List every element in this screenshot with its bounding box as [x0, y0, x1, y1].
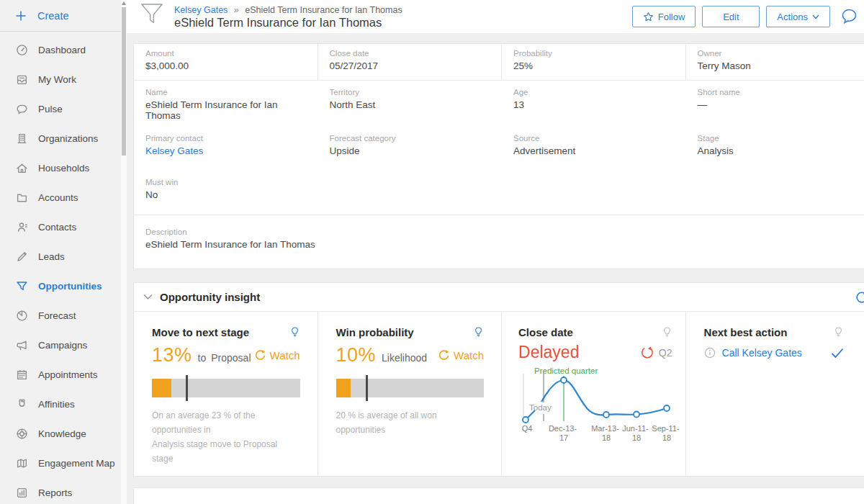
- info-icon[interactable]: [704, 347, 716, 359]
- breadcrumb: Kelsey Gates » eShield Term Insurance fo…: [174, 5, 632, 15]
- field-close-date: Close date 05/27/2017: [318, 44, 503, 80]
- sidebar-item-contacts[interactable]: Contacts: [0, 212, 121, 242]
- folder-icon: [15, 192, 28, 204]
- person-icon: [15, 221, 28, 234]
- watch-button[interactable]: Watch: [254, 349, 300, 361]
- sidebar-item-affinities[interactable]: Affinities: [0, 390, 121, 419]
- watch-icon: [438, 349, 450, 361]
- chevron-down-icon: [812, 14, 819, 19]
- primary-contact-link[interactable]: Kelsey Gates: [145, 145, 305, 156]
- sidebar-nav: Dashboard My Work Pulse Organizations Ho…: [0, 32, 121, 504]
- win-probability-percent: 10%: [336, 344, 377, 366]
- create-label: Create: [37, 10, 69, 22]
- today-label: Today: [529, 403, 552, 412]
- calendar-icon: [15, 369, 28, 382]
- collapse-chevron-icon[interactable]: [143, 294, 153, 300]
- tab-close-plans[interactable]: Close plans: [394, 488, 448, 504]
- card-title: Win probability: [336, 326, 414, 338]
- card-close-date: Close date Delayed Q2 Predi: [502, 312, 686, 476]
- megaphone-icon: [15, 339, 28, 352]
- insight-cards: Move to next stage 13% to Proposal Watch: [134, 312, 864, 476]
- tab-activities[interactable]: Activities: [274, 488, 315, 504]
- sidebar-item-reports[interactable]: Reports: [0, 478, 121, 504]
- average-marker: [366, 375, 368, 401]
- sidebar-item-appointments[interactable]: Appointments: [0, 360, 121, 390]
- speech-bubble-icon: [15, 103, 28, 116]
- tab-contacts[interactable]: Contacts: [208, 488, 249, 504]
- card-win-probability: Win probability 10% Likelihood Watch: [318, 312, 503, 476]
- sidebar-item-leads[interactable]: Leads: [0, 242, 121, 271]
- card-next-best-action: Next best action Call Kelsey Gates: [686, 312, 864, 476]
- building-icon: [15, 132, 28, 145]
- lightbulb-icon[interactable]: [289, 326, 300, 338]
- tab-leads[interactable]: Leads: [340, 488, 369, 504]
- sidebar-item-engagement-map[interactable]: Engagement Map: [0, 449, 121, 478]
- record-tabs: Details Contacts Activities Leads Close …: [133, 487, 864, 504]
- sidebar-item-knowledge[interactable]: Knowledge: [0, 419, 121, 449]
- scrollbar-up-arrow[interactable]: [122, 1, 126, 5]
- sidebar-item-accounts[interactable]: Accounts: [0, 183, 121, 212]
- chat-icon[interactable]: [840, 7, 858, 26]
- predicted-quarter-badge: Q2: [659, 347, 672, 359]
- card-caption: On an average 23 % of the opportunities …: [152, 408, 300, 466]
- sidebar: Create Dashboard My Work Pulse Organiz: [0, 0, 127, 504]
- sidebar-item-campaigns[interactable]: Campaigns: [0, 330, 121, 360]
- sidebar-item-pulse[interactable]: Pulse: [0, 94, 121, 124]
- follow-button[interactable]: Follow: [632, 6, 696, 27]
- sidebar-item-my-work[interactable]: My Work: [0, 65, 121, 94]
- field-name: Name eShield Term Insurance for Ian Thom…: [134, 82, 318, 128]
- actions-button[interactable]: Actions: [766, 6, 830, 27]
- sidebar-scrollbar[interactable]: [121, 0, 127, 504]
- star-icon: [643, 12, 654, 22]
- breadcrumb-link-primary-contact[interactable]: Kelsey Gates: [174, 5, 228, 15]
- sidebar-item-forecast[interactable]: Forecast: [0, 301, 121, 330]
- field-age: Age 13: [502, 82, 686, 128]
- lightbulb-icon[interactable]: [833, 326, 844, 338]
- field-amount: Amount $3,000.00: [134, 44, 318, 80]
- x-tick: Mar-13- 18: [591, 424, 621, 441]
- card-move-to-next-stage: Move to next stage 13% to Proposal Watch: [134, 312, 318, 476]
- field-source: Source Advertisement: [502, 128, 686, 163]
- lightbulb-icon[interactable]: [473, 326, 484, 338]
- house-icon: [15, 162, 28, 175]
- opportunity-funnel-icon: [140, 2, 166, 32]
- header-actions: Follow Edit Actions: [632, 6, 858, 27]
- field-short-name: Short name —: [686, 82, 864, 128]
- sidebar-item-opportunities[interactable]: Opportunities: [0, 271, 121, 301]
- close-date-status: Delayed: [518, 343, 579, 362]
- sidebar-item-dashboard[interactable]: Dashboard: [0, 35, 121, 65]
- sidebar-item-households[interactable]: Households: [0, 153, 121, 183]
- x-tick: Dec-13- 17: [549, 424, 579, 441]
- progress-fill: [336, 379, 351, 397]
- field-primary-contact: Primary contact Kelsey Gates: [134, 128, 318, 163]
- create-button[interactable]: Create: [0, 0, 121, 32]
- stage-progress-bar: [152, 379, 300, 397]
- average-marker: [186, 375, 188, 401]
- edit-button[interactable]: Edit: [702, 6, 760, 27]
- insight-header: Opportunity insight: [134, 283, 864, 312]
- tab-sales-team[interactable]: Sales team: [553, 488, 605, 504]
- refresh-icon[interactable]: [855, 290, 864, 305]
- lifering-icon: [15, 428, 28, 441]
- breadcrumb-separator: »: [234, 5, 239, 15]
- likelihood-progress-bar: [336, 379, 485, 397]
- record-heading: Kelsey Gates » eShield Term Insurance fo…: [174, 4, 632, 30]
- field-probability: Probability 25%: [502, 44, 686, 80]
- field-owner: Owner Terry Mason: [686, 44, 864, 80]
- scrollbar-thumb[interactable]: [122, 7, 126, 156]
- plus-icon: [15, 10, 27, 22]
- tab-attachments[interactable]: Attachments: [472, 488, 528, 504]
- field-forecast-category: Forecast category Upside: [318, 128, 503, 163]
- field-must-win: Must win No: [134, 172, 318, 207]
- lightbulb-icon[interactable]: [662, 326, 672, 338]
- next-best-action-row: Call Kelsey Gates: [704, 347, 844, 359]
- card-title: Close date: [518, 326, 573, 338]
- complete-check-icon[interactable]: [831, 348, 844, 359]
- watch-button[interactable]: Watch: [438, 349, 484, 361]
- pencil-icon: [15, 251, 28, 264]
- card-title: Next best action: [704, 326, 788, 338]
- tab-details[interactable]: Details: [151, 488, 184, 504]
- card-title: Move to next stage: [152, 326, 249, 338]
- call-contact-link[interactable]: Call Kelsey Gates: [722, 347, 802, 359]
- sidebar-item-organizations[interactable]: Organizations: [0, 124, 121, 153]
